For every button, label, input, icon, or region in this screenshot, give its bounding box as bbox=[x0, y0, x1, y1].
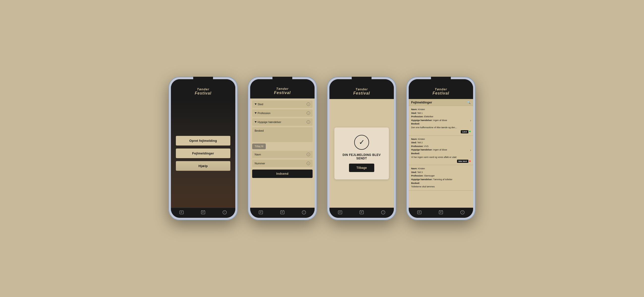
badge-row-1: Læst bbox=[411, 130, 470, 133]
phone2-logo: Tønder Festival bbox=[274, 87, 291, 95]
p4-nav-1[interactable] bbox=[417, 210, 422, 215]
phone-4: Tønder Festival Fejlmeldinger 🔍 › Navn: … bbox=[406, 77, 476, 220]
status-ikke-laest-2: Ikke læst bbox=[457, 160, 468, 163]
fejlmeldinger-button[interactable]: Fejlmeldinger bbox=[176, 148, 230, 158]
list-title: Fejlmeldinger bbox=[411, 100, 432, 104]
hyppige-field[interactable]: Hyppige hændelser i bbox=[252, 118, 312, 126]
report3-name: Navn: Kirsten bbox=[411, 167, 470, 170]
report1-sted: Sted: Telt 1 bbox=[411, 112, 470, 115]
svg-rect-12 bbox=[280, 211, 284, 214]
hjaelp-button[interactable]: Hjælp bbox=[176, 161, 230, 171]
report-item-1[interactable]: › Navn: Kirsten Sted: Telt 1 Profession:… bbox=[409, 106, 473, 136]
report2-prof: Profession: VVS bbox=[411, 145, 470, 148]
info-icon-nummer[interactable]: i bbox=[307, 162, 310, 165]
report1-besked-label: Besked: bbox=[411, 122, 470, 125]
profession-field[interactable]: Profession i bbox=[252, 109, 312, 117]
report1-name: Navn: Kirsten bbox=[411, 108, 470, 111]
report3-sted: Sted: Telt 3 bbox=[411, 171, 470, 174]
phones-container: Tønder Festival Opret fejlmelding Fejlme… bbox=[168, 77, 476, 220]
report2-hyp: Hyppige hændelser: Ingen af disse bbox=[411, 148, 470, 151]
phone-1: Tønder Festival Opret fejlmelding Fejlme… bbox=[168, 77, 238, 220]
notch-4 bbox=[431, 77, 451, 82]
indsend-button[interactable]: Indsend bbox=[252, 170, 312, 178]
report2-besked-label: Besked: bbox=[411, 152, 470, 155]
status-dot-green-1 bbox=[469, 131, 470, 132]
status-dot-red-2 bbox=[469, 160, 470, 162]
nav-icon-1[interactable] bbox=[179, 210, 184, 215]
report1-besked: Den ene kaffemaskine vil ikke tænde og d… bbox=[411, 126, 470, 129]
p2-nav-2[interactable] bbox=[280, 210, 285, 215]
phone3-nav bbox=[330, 208, 394, 218]
phone3-logo: Tønder Festival bbox=[353, 87, 370, 95]
phone2-nav bbox=[250, 208, 314, 218]
notch-2 bbox=[272, 77, 292, 82]
phone4-logo-top: Tønder bbox=[435, 87, 447, 91]
info-icon-sted[interactable]: i bbox=[307, 102, 310, 106]
p3-nav-3[interactable] bbox=[381, 210, 386, 215]
notch-1 bbox=[193, 77, 213, 82]
p2-nav-1[interactable] bbox=[258, 210, 263, 215]
p3-nav-1[interactable] bbox=[338, 210, 342, 215]
info-icon-navn[interactable]: i bbox=[307, 153, 310, 156]
phone1-header: Tønder Festival bbox=[171, 79, 235, 99]
arrow-icon-2: › bbox=[470, 148, 471, 152]
nummer-label: Nummer bbox=[255, 162, 265, 165]
report3-prof: Profession: Slamsuger bbox=[411, 174, 470, 177]
opret-button[interactable]: Opret fejlmelding bbox=[176, 136, 230, 146]
hyppige-label: Hyppige hændelser bbox=[258, 121, 281, 123]
phone4-header: Tønder Festival bbox=[409, 79, 473, 99]
phone4-logo-bottom: Festival bbox=[432, 91, 449, 95]
sted-field[interactable]: Sted i bbox=[252, 100, 312, 108]
phone2-logo-top: Tønder bbox=[276, 87, 288, 91]
p4-nav-2[interactable] bbox=[438, 210, 443, 215]
phone4-logo: Tønder Festival bbox=[432, 87, 449, 95]
phone3-header: Tønder Festival bbox=[330, 79, 394, 99]
report2-name: Navn: Kirsten bbox=[411, 138, 470, 141]
phone4-nav bbox=[409, 208, 473, 218]
nav-icon-3[interactable] bbox=[222, 210, 227, 215]
info-icon-profession[interactable]: i bbox=[307, 111, 310, 115]
svg-rect-27 bbox=[418, 211, 421, 214]
navn-field[interactable]: Navn i bbox=[252, 151, 312, 158]
navn-label: Navn bbox=[255, 153, 261, 156]
check-circle: ✓ bbox=[354, 135, 369, 150]
besked-label: Besked bbox=[255, 129, 264, 132]
svg-rect-18 bbox=[338, 211, 342, 214]
list-header: Fejlmeldinger 🔍 bbox=[409, 99, 473, 106]
p3-nav-2[interactable] bbox=[359, 210, 364, 215]
badge-row-2: Ikke læst bbox=[411, 159, 470, 163]
notch-3 bbox=[352, 77, 372, 82]
arrow-icon-1: › bbox=[470, 119, 471, 122]
report3-besked: Toiletterne skal tømmes bbox=[411, 185, 470, 188]
success-card: ✓ DIN FEJLMELDING BLEV SENDT Tilbage bbox=[334, 127, 389, 179]
phone3-logo-bottom: Festival bbox=[353, 91, 370, 95]
tilfoej-button[interactable]: Tilføj fil bbox=[252, 144, 266, 149]
tilbage-button[interactable]: Tilbage bbox=[349, 164, 374, 172]
phone1-logo-bottom: Festival bbox=[195, 91, 212, 95]
report3-besked-label: Besked: bbox=[411, 182, 470, 185]
svg-rect-21 bbox=[360, 211, 363, 214]
report1-hyp: Hyppige hændelser: Ingen af disse bbox=[411, 119, 470, 122]
report2-sted: Sted: Telt 2 bbox=[411, 141, 470, 144]
info-icon-hyppige[interactable]: i bbox=[307, 120, 310, 124]
svg-rect-0 bbox=[180, 211, 184, 214]
phone3-logo-top: Tønder bbox=[356, 87, 368, 91]
nummer-field[interactable]: Nummer i bbox=[252, 160, 312, 167]
success-text: DIN FEJLMELDING BLEV SENDT bbox=[339, 153, 384, 160]
search-icon[interactable]: 🔍 bbox=[467, 101, 470, 104]
phone1-logo: Tønder Festival bbox=[195, 87, 212, 95]
p2-nav-3[interactable] bbox=[302, 210, 306, 215]
report-item-3[interactable]: Navn: Kirsten Sted: Telt 3 Profession: S… bbox=[409, 165, 473, 191]
status-laest-1: Læst bbox=[461, 130, 468, 133]
dropdown-icon bbox=[255, 103, 256, 105]
p4-nav-3[interactable] bbox=[460, 210, 465, 215]
phone1-logo-top: Tønder bbox=[197, 87, 209, 91]
svg-rect-3 bbox=[201, 211, 205, 214]
report-item-2[interactable]: › Navn: Kirsten Sted: Telt 2 Profession:… bbox=[409, 136, 473, 165]
phone2-content: Sted i Profession i Hyppige hænd bbox=[250, 98, 314, 208]
report2-besked: Vi har ingen varm vand og vores afløb er… bbox=[411, 156, 470, 159]
nav-icon-2[interactable] bbox=[201, 210, 206, 215]
phone2-logo-bottom: Festival bbox=[274, 91, 291, 95]
besked-field[interactable]: Besked bbox=[252, 127, 312, 142]
phone1-content: Opret fejlmelding Fejlmeldinger Hjælp bbox=[171, 99, 235, 208]
